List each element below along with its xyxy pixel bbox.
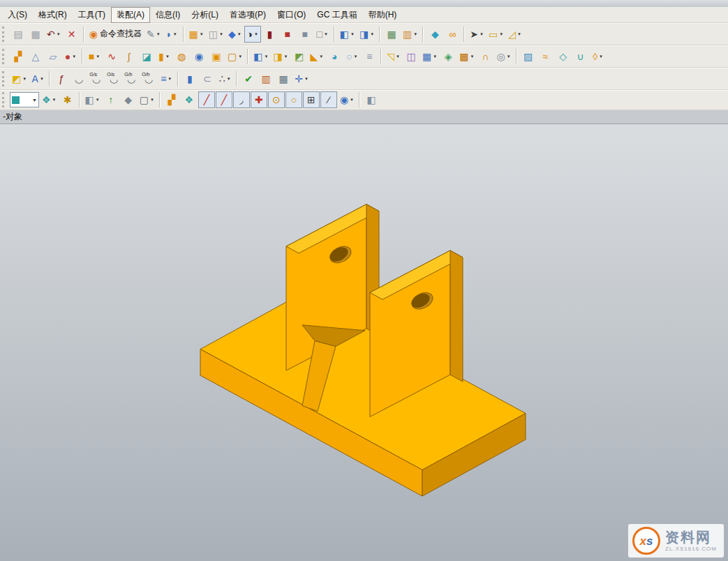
extrude-button[interactable]: ▮▼	[156, 48, 172, 65]
dropdown-arrow-icon[interactable]: ▼	[237, 32, 242, 36]
snap-all-button[interactable]: ❖	[181, 91, 198, 108]
menu-item-information[interactable]: 信息(I)	[150, 7, 186, 23]
dropdown-arrow-icon[interactable]: ▼	[396, 54, 400, 59]
more-points-button[interactable]: ∴▼	[216, 70, 233, 87]
dropdown-arrow-icon[interactable]: ▼	[254, 32, 258, 36]
dropdown-arrow-icon[interactable]: ▼	[52, 98, 57, 102]
datum-plane-button[interactable]: ▱	[45, 48, 61, 65]
toolbar-grip[interactable]	[2, 71, 6, 87]
object-hide-button[interactable]: O/h◡	[140, 70, 157, 87]
render-cube-red-button[interactable]: ■	[279, 26, 296, 43]
dropdown-arrow-icon[interactable]: ▼	[304, 77, 309, 81]
menu-item-format[interactable]: 格式(R)	[33, 7, 73, 23]
dropdown-arrow-icon[interactable]: ▼	[168, 77, 172, 81]
dropdown-arrow-icon[interactable]: ▼	[370, 32, 374, 36]
model-canvas[interactable]	[0, 124, 728, 561]
pan-view-button[interactable]: ◨▼	[357, 26, 376, 43]
snap-scope-button[interactable]: ❖▼	[40, 91, 59, 108]
menu-item-help[interactable]: 帮助(H)	[363, 7, 403, 23]
move-up-level-button[interactable]: ↑	[103, 91, 119, 108]
dropdown-arrow-icon[interactable]: ▼	[227, 77, 231, 81]
pattern-feature-button[interactable]: ▦▼	[420, 48, 439, 65]
draft-button[interactable]: ◹▼	[385, 48, 402, 65]
object-snap-button[interactable]: O/s◡	[105, 70, 122, 87]
dropdown-arrow-icon[interactable]: ▼	[40, 77, 44, 81]
dropdown-arrow-icon[interactable]: ▼	[324, 32, 328, 36]
dropdown-arrow-icon[interactable]: ▼	[165, 54, 170, 59]
command-finder-button[interactable]: ◉命令查找器	[87, 26, 144, 43]
assembly-sequence-button[interactable]: ▥	[258, 70, 274, 87]
right-lug-side-face[interactable]	[450, 250, 463, 382]
studio-surface-button[interactable]: ∪	[572, 48, 589, 65]
snap-midpoint-button[interactable]: ╱	[216, 91, 232, 108]
boss-button[interactable]: ▣	[208, 48, 225, 65]
wireframe-view-button[interactable]: □▼	[314, 26, 331, 43]
dropdown-arrow-icon[interactable]: ▼	[96, 54, 100, 59]
dropdown-arrow-icon[interactable]: ▼	[354, 54, 358, 59]
subtract-button[interactable]: ◨▼	[271, 48, 290, 65]
tube-button[interactable]: ◎▼	[494, 48, 512, 65]
menu-item-insert[interactable]: 入(S)	[2, 7, 33, 23]
dropdown-arrow-icon[interactable]: ▼	[413, 32, 417, 36]
snap-control-point-button[interactable]: ◞	[233, 91, 250, 108]
arc-constraint-button[interactable]: ◡	[70, 70, 87, 87]
toolbar-grip[interactable]	[2, 49, 6, 64]
geometric-snap-button[interactable]: G/s◡	[88, 70, 105, 87]
edge-blend-button[interactable]: ◕	[326, 48, 343, 65]
snap-point-on-curve-button[interactable]: ∕	[320, 91, 337, 108]
dropdown-arrow-icon[interactable]: ▼	[156, 32, 161, 36]
through-curves-button[interactable]: ≈	[537, 48, 554, 65]
variational-sweep-button[interactable]: ◊▼	[590, 48, 607, 65]
point-set-button[interactable]: ●▼	[62, 48, 79, 65]
revolve-button[interactable]: ◍	[173, 48, 190, 65]
helix-button[interactable]: ∫	[121, 48, 138, 65]
delete-button[interactable]: ✕	[64, 26, 80, 43]
window-layout-button[interactable]: ▦▼	[187, 26, 206, 43]
select-within-assembly-button[interactable]: ◧▼	[83, 91, 102, 108]
menu-item-gc-toolbox[interactable]: GC 工具箱	[311, 7, 362, 23]
pocket-button[interactable]: ▢▼	[225, 48, 244, 65]
rotate-view-button[interactable]: ◧▼	[338, 26, 357, 43]
menu-item-window[interactable]: 窗口(O)	[272, 7, 311, 23]
snap-point-on-face-button[interactable]: ◉▼	[338, 91, 356, 108]
geometric-hide-button[interactable]: G/h◡	[123, 70, 140, 87]
snap-arc-center-button[interactable]: ⊙	[268, 91, 285, 108]
mirror-feature-button[interactable]: ◫	[403, 48, 419, 65]
bracket-model[interactable]	[200, 204, 526, 496]
block-button[interactable]: ■▼	[86, 48, 103, 65]
dropdown-arrow-icon[interactable]: ▼	[200, 32, 204, 36]
snap-intersection-button[interactable]: ✚	[251, 91, 267, 108]
selection-mode-button[interactable]: ➤▼	[468, 26, 486, 43]
component-select-button[interactable]: ◆	[120, 91, 137, 108]
clip-section-button[interactable]: ⊂	[199, 70, 216, 87]
snap-existing-point-button[interactable]: ⊞	[303, 91, 320, 108]
dropdown-arrow-icon[interactable]: ▼	[480, 32, 484, 36]
snap-point-grid-button[interactable]: ▞	[163, 91, 180, 108]
dropdown-arrow-icon[interactable]: ▼	[22, 77, 27, 81]
dropdown-arrow-icon[interactable]: ▼	[517, 32, 521, 36]
erase-display-button[interactable]: ◫▼	[207, 26, 225, 43]
rectangle-select-button[interactable]: ▢▼	[138, 91, 156, 108]
dropdown-arrow-icon[interactable]: ▼	[319, 54, 323, 59]
dropdown-arrow-icon[interactable]: ▼	[150, 98, 154, 102]
material-button[interactable]: ◆	[426, 26, 443, 43]
dropdown-arrow-icon[interactable]: ▼	[499, 32, 503, 36]
reorder-list-button[interactable]: ≡▼	[158, 70, 174, 87]
ruled-surface-button[interactable]: ▨	[520, 48, 537, 65]
menu-item-analysis[interactable]: 分析(L)	[186, 7, 224, 23]
chamfer-button[interactable]: ◣▼	[309, 48, 326, 65]
dropdown-arrow-icon[interactable]: ▼	[72, 54, 76, 59]
hole-button[interactable]: ◉	[191, 48, 207, 65]
n-sided-surface-button[interactable]: ◇	[555, 48, 572, 65]
snap-quadrant-button[interactable]: ○	[285, 91, 302, 108]
datum-csys-button[interactable]: ◩▼	[10, 70, 29, 87]
snap-endpoint-button[interactable]: ╱	[198, 91, 215, 108]
view-info-button[interactable]: ◗▼	[163, 26, 180, 43]
thicken-button[interactable]: ▩▼	[457, 48, 476, 65]
point-button[interactable]: ▞	[10, 48, 27, 65]
copy-button[interactable]: ▤	[10, 26, 27, 43]
orient-cube-button[interactable]: ◆▼	[226, 26, 244, 43]
spline-button[interactable]: ∿	[103, 48, 120, 65]
bolt-button[interactable]: ▮	[181, 70, 198, 87]
toolbar-grip[interactable]	[2, 92, 6, 107]
